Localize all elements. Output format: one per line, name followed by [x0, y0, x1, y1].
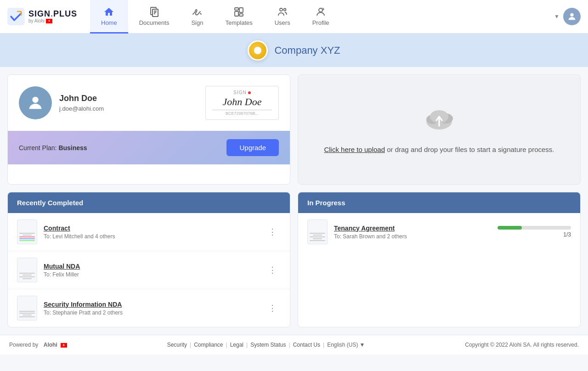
- footer-sep: |: [190, 342, 191, 348]
- company-logo: [248, 40, 268, 61]
- list-item-info: Security Information NDA To: Stephanie P…: [44, 301, 258, 316]
- plan-text: Current Plan: Business: [19, 144, 87, 152]
- logo-by: by Alohi: [28, 18, 77, 23]
- footer-powered-by: Powered by Alohi +: [9, 342, 67, 348]
- signature-name: John Doe: [223, 96, 262, 108]
- list-item-sub: To: Sarah Brown and 2 others: [334, 233, 491, 240]
- logo-svg: [7, 8, 25, 25]
- progress-count: 1/3: [563, 231, 571, 238]
- doc-line: [23, 235, 32, 236]
- svg-point-11: [570, 13, 573, 17]
- doc-line: [23, 278, 32, 279]
- doc-line: [23, 315, 32, 315]
- upgrade-button[interactable]: Upgrade: [226, 139, 279, 156]
- footer-security-link[interactable]: Security: [167, 342, 187, 348]
- signature-box: SIGN John Doe BCE72997076B...: [205, 86, 279, 120]
- list-item-title[interactable]: Tenancy Agreement: [334, 225, 491, 232]
- svg-rect-6: [239, 8, 243, 12]
- list-item-sub: To: Levi Mitchell and 4 others: [44, 233, 258, 240]
- footer-lang-arrow: ▼: [360, 342, 365, 348]
- list-item-title[interactable]: Contract: [44, 225, 258, 232]
- doc-line: [19, 311, 35, 312]
- nav-label-documents: Documents: [139, 19, 170, 26]
- svg-rect-0: [7, 8, 25, 25]
- doc-line: [310, 233, 325, 234]
- nav-label-templates: Templates: [225, 19, 252, 26]
- list-item-info: Mutual NDA To: Felix Miller: [44, 263, 258, 278]
- list-item-sub: To: Stephanie Pratt and 2 others: [44, 309, 258, 316]
- svg-point-8: [280, 8, 283, 11]
- nav-item-sign[interactable]: Sign: [180, 0, 214, 34]
- progress-bar-container: 1/3: [498, 226, 571, 238]
- in-progress-list: Tenancy Agreement To: Sarah Brown and 2 …: [298, 213, 580, 251]
- alohi-flag-footer: +: [61, 343, 67, 348]
- recently-completed-list: Contract To: Levi Mitchell and 4 others …: [8, 213, 290, 327]
- footer: Powered by Alohi + Security | Compliance…: [0, 335, 588, 354]
- profile-top: John Doe j.doe@alohi.com SIGN John Doe B…: [8, 75, 290, 131]
- footer-lang-label: English (US): [327, 342, 358, 348]
- doc-line: [19, 238, 35, 239]
- profile-email: j.doe@alohi.com: [59, 105, 104, 112]
- users-icon: [277, 6, 288, 17]
- footer-sep: |: [226, 342, 227, 348]
- doc-line: [23, 275, 32, 275]
- more-menu-button[interactable]: ⋮: [265, 264, 281, 276]
- progress-fill: [498, 226, 522, 230]
- nav-item-profile[interactable]: Profile: [301, 0, 340, 34]
- main-nav: Home Documents Sign: [90, 0, 554, 33]
- list-item-info: Contract To: Levi Mitchell and 4 others: [44, 225, 258, 240]
- doc-line: [19, 273, 35, 274]
- logo: SIGN.PLUS by Alohi: [7, 8, 90, 25]
- header-right: ▼: [554, 8, 581, 25]
- company-banner: Company XYZ: [0, 34, 588, 67]
- svg-rect-2: [153, 9, 158, 17]
- nav-item-documents[interactable]: Documents: [128, 0, 181, 34]
- main-content: John Doe j.doe@alohi.com SIGN John Doe B…: [0, 67, 588, 192]
- user-dropdown-arrow[interactable]: ▼: [554, 13, 560, 20]
- doc-line: [313, 238, 322, 239]
- doc-line: [19, 233, 35, 234]
- list-item-info: Tenancy Agreement To: Sarah Brown and 2 …: [334, 225, 491, 240]
- profile-card: John Doe j.doe@alohi.com SIGN John Doe B…: [7, 74, 290, 185]
- upload-area[interactable]: Click here to upload or drag and drop yo…: [298, 74, 581, 185]
- signature-id: BCE72997076B...: [226, 111, 259, 116]
- doc-line: [310, 236, 325, 237]
- footer-lang-selector[interactable]: English (US) ▼: [327, 342, 365, 348]
- profile-name: John Doe: [59, 94, 104, 103]
- footer-copyright: Copyright © 2022 Alohi SA. All rights re…: [465, 342, 579, 348]
- doc-line: [19, 236, 35, 237]
- more-menu-button[interactable]: ⋮: [265, 226, 281, 238]
- footer-links: Security | Compliance | Legal | System S…: [167, 342, 365, 348]
- nav-label-sign: Sign: [191, 19, 203, 26]
- svg-rect-5: [235, 11, 238, 16]
- more-menu-button[interactable]: ⋮: [265, 302, 281, 314]
- list-item: Contract To: Levi Mitchell and 4 others …: [8, 213, 290, 251]
- recently-completed-card: Recently Completed Contract To: Levi Mit…: [7, 192, 290, 327]
- doc-thumbnail: [17, 219, 37, 244]
- footer-legal-link[interactable]: Legal: [230, 342, 243, 348]
- doc-line: [19, 313, 35, 314]
- recently-completed-header: Recently Completed: [8, 192, 290, 213]
- footer-sep: |: [289, 342, 290, 348]
- list-item-title[interactable]: Security Information NDA: [44, 301, 258, 308]
- upload-text: Click here to upload or drag and drop yo…: [324, 144, 554, 155]
- list-item-title[interactable]: Mutual NDA: [44, 263, 258, 270]
- footer-contactus-link[interactable]: Contact Us: [293, 342, 320, 348]
- upload-cloud-icon: [423, 104, 456, 137]
- nav-label-profile: Profile: [312, 19, 329, 26]
- doc-line: [313, 235, 322, 236]
- sig-dot: [248, 91, 251, 94]
- doc-thumbnail: [307, 219, 328, 244]
- upload-link[interactable]: Click here to upload: [324, 146, 385, 153]
- user-avatar[interactable]: [563, 8, 581, 25]
- home-icon: [103, 6, 114, 17]
- nav-item-home[interactable]: Home: [90, 0, 128, 34]
- svg-point-10: [319, 8, 322, 12]
- footer-systemstatus-link[interactable]: System Status: [250, 342, 286, 348]
- signature-underline: [212, 110, 272, 110]
- profile-info: John Doe j.doe@alohi.com: [19, 86, 104, 119]
- nav-item-templates[interactable]: Templates: [214, 0, 263, 34]
- flag-icon: [46, 19, 52, 23]
- nav-item-users[interactable]: Users: [264, 0, 301, 34]
- footer-compliance-link[interactable]: Compliance: [194, 342, 223, 348]
